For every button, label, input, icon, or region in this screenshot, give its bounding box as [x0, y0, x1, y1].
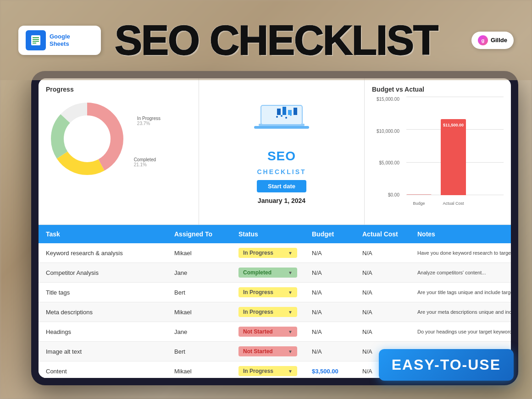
- google-sheets-text: Google Sheets: [50, 33, 70, 47]
- status-badge[interactable]: In Progress ▼: [238, 307, 297, 317]
- budget-chart-area: $15,000.00 $10,000.00 $5,000.00 $0.00: [372, 97, 504, 207]
- th-status: Status: [231, 225, 305, 243]
- table-header: Task Assigned To Status Budget Actual Co…: [39, 225, 511, 243]
- status-badge[interactable]: In Progress ▼: [238, 287, 297, 297]
- status-text: Not Started: [243, 328, 273, 335]
- td-assigned: Bert: [167, 342, 231, 361]
- table-row: Title tags Bert In Progress ▼ N/A N/A Ar…: [39, 283, 511, 302]
- td-status: In Progress ▼: [231, 302, 305, 322]
- table-row: Keyword research & analysis Mikael In Pr…: [39, 243, 511, 263]
- svg-point-19: [285, 117, 287, 119]
- td-assigned: Mikael: [167, 302, 231, 322]
- budget-title: Budget vs Actual: [372, 86, 504, 93]
- svg-rect-11: [254, 126, 309, 129]
- td-task: Title tags: [39, 283, 167, 302]
- td-notes: Are your meta descriptions unique and in…: [410, 302, 511, 322]
- svg-point-20: [290, 114, 292, 116]
- td-budget: N/A: [305, 322, 355, 341]
- svg-rect-2: [33, 37, 39, 38]
- status-badge[interactable]: In Progress ▼: [238, 366, 297, 376]
- x-label-budget: Budge: [406, 201, 432, 206]
- gillde-label: Gillde: [491, 37, 507, 44]
- td-task: Image alt text: [39, 342, 167, 361]
- gillde-badge: g Gillde: [471, 32, 514, 49]
- main-title: SEO CHECKLIST: [115, 20, 471, 61]
- th-actual: Actual Cost: [355, 225, 410, 243]
- td-task: Headings: [39, 322, 167, 341]
- td-notes: Have you done keyword research to target…: [410, 243, 511, 262]
- donut-chart-wrapper: In Progress 23.7% Completed 21.1%: [46, 98, 191, 203]
- svg-point-18: [281, 115, 283, 117]
- td-status: Not Started ▼: [231, 322, 305, 341]
- td-assigned: Jane: [167, 322, 231, 341]
- tablet-screen: Progress: [39, 78, 511, 378]
- dropdown-arrow-icon: ▼: [288, 349, 293, 354]
- easy-to-use-badge: EASY-TO-USE: [379, 349, 514, 381]
- td-actual: N/A: [355, 283, 410, 302]
- table-row: Headings Jane Not Started ▼ N/A N/A Do y…: [39, 322, 511, 342]
- y-label-15k: $15,000.00: [377, 97, 399, 102]
- td-budget: N/A: [305, 243, 355, 262]
- th-assigned: Assigned To: [167, 225, 231, 243]
- td-status: In Progress ▼: [231, 283, 305, 302]
- status-badge[interactable]: Completed ▼: [238, 268, 297, 278]
- y-label-10k: $10,000.00: [377, 129, 399, 134]
- svg-point-17: [276, 116, 278, 118]
- svg-rect-1: [31, 35, 40, 45]
- actual-bar-label: $11,500.00: [443, 123, 464, 127]
- gillde-icon: g: [478, 35, 488, 45]
- svg-rect-16: [294, 108, 297, 115]
- td-status: In Progress ▼: [231, 361, 305, 378]
- td-task: Keyword research & analysis: [39, 243, 167, 262]
- td-actual: N/A: [355, 263, 410, 282]
- start-date-button[interactable]: Start date: [257, 180, 306, 192]
- svg-rect-14: [283, 107, 286, 115]
- y-label-5k: $5,000.00: [379, 160, 400, 165]
- progress-title: Progress: [46, 86, 191, 93]
- svg-rect-13: [277, 109, 281, 115]
- donut-svg: [46, 98, 128, 180]
- status-badge[interactable]: Not Started ▼: [238, 346, 297, 356]
- td-assigned: Bert: [167, 283, 231, 302]
- center-panel: SEO CHECKLIST Start date January 1, 2024: [199, 78, 364, 224]
- td-actual: N/A: [355, 302, 410, 322]
- td-budget: N/A: [305, 263, 355, 282]
- td-notes: Are your title tags unique and include t…: [410, 283, 511, 302]
- td-assigned: Mikael: [167, 361, 231, 378]
- progress-panel: Progress: [39, 78, 199, 224]
- td-budget: $3,500.00: [305, 361, 355, 378]
- dropdown-arrow-icon: ▼: [288, 251, 293, 256]
- status-text: In Progress: [243, 309, 273, 315]
- status-badge[interactable]: In Progress ▼: [238, 248, 297, 258]
- in-progress-legend: In Progress 23.7%: [137, 116, 161, 126]
- google-sheets-badge: Google Sheets: [18, 26, 101, 55]
- td-status: Not Started ▼: [231, 342, 305, 361]
- td-budget: N/A: [305, 342, 355, 361]
- dropdown-arrow-icon: ▼: [288, 369, 293, 374]
- td-budget: N/A: [305, 302, 355, 322]
- x-labels: Budge Actual Cost: [406, 201, 466, 206]
- td-assigned: Jane: [167, 263, 231, 282]
- start-date-value: January 1, 2024: [258, 197, 305, 204]
- status-text: In Progress: [243, 289, 273, 295]
- x-label-actual: Actual Cost: [441, 201, 466, 206]
- tablet-frame: Progress: [31, 71, 518, 385]
- status-text: In Progress: [243, 250, 273, 256]
- svg-rect-3: [33, 39, 39, 40]
- td-status: Completed ▼: [231, 263, 305, 282]
- td-actual: N/A: [355, 322, 410, 341]
- dropdown-arrow-icon: ▼: [288, 310, 293, 315]
- dropdown-arrow-icon: ▼: [288, 270, 293, 275]
- status-badge[interactable]: Not Started ▼: [238, 327, 297, 337]
- td-task: Content: [39, 361, 167, 378]
- budget-panel: Budget vs Actual $15,000.00 $10,000.00 $…: [364, 78, 511, 224]
- status-text: Completed: [243, 269, 272, 276]
- top-banner: Google Sheets SEO CHECKLIST g Gillde: [0, 0, 532, 80]
- budget-bar-group: [406, 97, 432, 195]
- actual-bar-group: $11,500.00: [441, 97, 466, 195]
- svg-rect-4: [33, 41, 39, 42]
- td-actual: N/A: [355, 243, 410, 262]
- td-task: Meta descriptions: [39, 302, 167, 322]
- y-axis: $15,000.00 $10,000.00 $5,000.00 $0.00: [372, 97, 402, 197]
- dropdown-arrow-icon: ▼: [288, 290, 293, 295]
